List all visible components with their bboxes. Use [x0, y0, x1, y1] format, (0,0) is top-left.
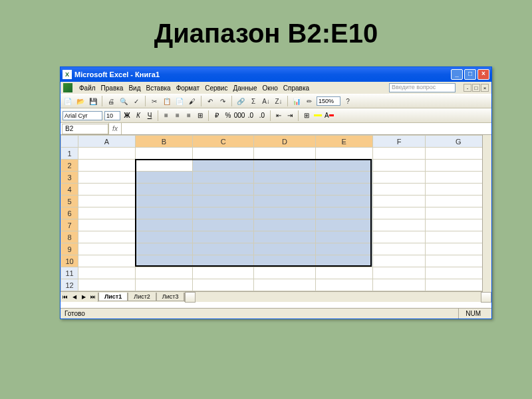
- mdi-close[interactable]: ×: [481, 84, 489, 92]
- cell[interactable]: [78, 243, 136, 255]
- cell[interactable]: [254, 207, 315, 219]
- new-icon[interactable]: 📄: [63, 96, 73, 106]
- row-header[interactable]: 3: [61, 172, 78, 184]
- zoom-combo[interactable]: 150%: [317, 96, 340, 106]
- minimize-button[interactable]: _: [451, 69, 463, 80]
- cell[interactable]: [315, 279, 372, 291]
- cell[interactable]: [254, 184, 315, 196]
- cell[interactable]: [78, 148, 136, 160]
- menu-window[interactable]: Окно: [263, 84, 278, 92]
- col-header[interactable]: F: [372, 136, 426, 148]
- decrease-decimal-icon[interactable]: .0: [257, 111, 267, 120]
- cell[interactable]: [426, 255, 491, 267]
- cell[interactable]: [426, 267, 491, 279]
- cell[interactable]: [426, 184, 491, 196]
- cell[interactable]: [426, 172, 491, 184]
- redo-icon[interactable]: ↷: [217, 96, 228, 106]
- cell[interactable]: [78, 219, 136, 231]
- horizontal-scrollbar[interactable]: [184, 293, 491, 302]
- preview-icon[interactable]: 🔍: [118, 96, 129, 106]
- cell[interactable]: [372, 184, 426, 196]
- cell[interactable]: [254, 267, 315, 279]
- cell[interactable]: [315, 255, 372, 267]
- cell[interactable]: [372, 243, 426, 255]
- cell[interactable]: [136, 160, 193, 172]
- sheet-tab-3[interactable]: Лист3: [156, 293, 185, 301]
- merge-icon[interactable]: ⊞: [196, 111, 205, 120]
- menu-view[interactable]: Вид: [128, 84, 140, 92]
- row-header[interactable]: 10: [61, 255, 78, 267]
- percent-icon[interactable]: %: [223, 111, 233, 120]
- cell[interactable]: [193, 219, 254, 231]
- cell[interactable]: [193, 196, 254, 207]
- cell[interactable]: [372, 279, 426, 291]
- cell[interactable]: [78, 255, 136, 267]
- menu-insert[interactable]: Вставка: [146, 84, 170, 92]
- italic-button[interactable]: К: [134, 111, 143, 120]
- increase-indent-icon[interactable]: ⇥: [285, 111, 295, 120]
- cell[interactable]: [193, 267, 254, 279]
- align-left-icon[interactable]: ≡: [162, 111, 171, 120]
- comma-icon[interactable]: 000: [235, 111, 244, 120]
- print-icon[interactable]: 🖨: [106, 96, 116, 106]
- cell[interactable]: [136, 255, 193, 267]
- cell[interactable]: [426, 148, 491, 160]
- cell[interactable]: [315, 243, 372, 255]
- cell[interactable]: [254, 255, 315, 267]
- cell[interactable]: [254, 196, 315, 207]
- cell[interactable]: [136, 219, 193, 231]
- align-center-icon[interactable]: ≡: [173, 111, 182, 120]
- cell[interactable]: [254, 219, 315, 231]
- row-header[interactable]: 8: [61, 231, 78, 243]
- cell[interactable]: [193, 243, 254, 255]
- menu-data[interactable]: Данные: [233, 84, 257, 92]
- menu-format[interactable]: Формат: [176, 84, 200, 92]
- row-header[interactable]: 12: [61, 279, 78, 291]
- cell[interactable]: [193, 184, 254, 196]
- cell[interactable]: [78, 267, 136, 279]
- cell[interactable]: [372, 160, 426, 172]
- cell[interactable]: [372, 207, 426, 219]
- col-header[interactable]: C: [193, 136, 254, 148]
- row-header[interactable]: 6: [61, 207, 78, 219]
- cell[interactable]: [136, 148, 193, 160]
- currency-icon[interactable]: ₽: [212, 111, 221, 120]
- cell[interactable]: [136, 196, 193, 207]
- menu-help[interactable]: Справка: [283, 84, 309, 92]
- open-icon[interactable]: 📂: [75, 96, 86, 106]
- cell[interactable]: [426, 279, 491, 291]
- underline-button[interactable]: Ч: [145, 111, 154, 120]
- sort-desc-icon[interactable]: Z↓: [273, 96, 284, 106]
- cell[interactable]: [78, 160, 136, 172]
- cell[interactable]: [426, 231, 491, 243]
- sheet-tab-1[interactable]: Лист1: [98, 293, 128, 301]
- cell[interactable]: [372, 172, 426, 184]
- paste-icon[interactable]: 📄: [174, 96, 185, 106]
- spreadsheet-grid[interactable]: ABCDEFG123456789101112: [61, 135, 491, 291]
- col-header[interactable]: G: [426, 136, 491, 148]
- row-header[interactable]: 1: [61, 148, 78, 160]
- row-header[interactable]: 2: [61, 160, 78, 172]
- row-header[interactable]: 7: [61, 219, 78, 231]
- row-header[interactable]: 9: [61, 243, 78, 255]
- menu-tools[interactable]: Сервис: [205, 84, 227, 92]
- borders-icon[interactable]: ⊞: [302, 111, 311, 120]
- font-color-icon[interactable]: A: [325, 111, 334, 120]
- cell[interactable]: [426, 196, 491, 207]
- mdi-restore[interactable]: □: [472, 84, 480, 92]
- close-button[interactable]: ×: [477, 69, 489, 80]
- cell[interactable]: [136, 184, 193, 196]
- fx-icon[interactable]: fx: [108, 123, 122, 134]
- row-header[interactable]: 5: [61, 196, 78, 207]
- undo-icon[interactable]: ↶: [205, 96, 215, 106]
- menu-edit[interactable]: Правка: [101, 84, 124, 92]
- formula-input[interactable]: [122, 123, 491, 134]
- cell[interactable]: [315, 160, 372, 172]
- cell[interactable]: [136, 279, 193, 291]
- row-header[interactable]: 11: [61, 267, 78, 279]
- cell[interactable]: [193, 231, 254, 243]
- col-header[interactable]: D: [254, 136, 315, 148]
- cell[interactable]: [254, 279, 315, 291]
- select-all-corner[interactable]: [61, 136, 78, 148]
- tab-last-icon[interactable]: ⏭: [88, 293, 98, 302]
